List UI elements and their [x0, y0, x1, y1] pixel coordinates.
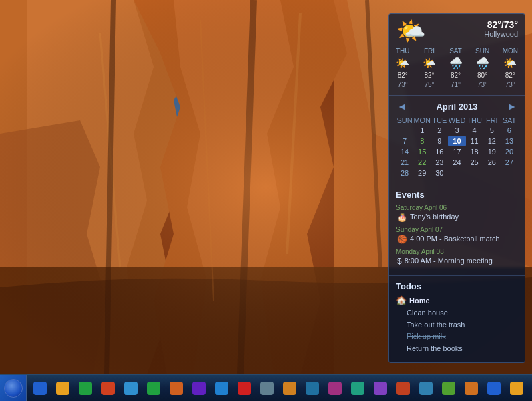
- todo-item: Return the books: [396, 343, 518, 355]
- calendar-body: 1234567891011121314151617181920212223242…: [396, 125, 518, 178]
- events-section: Events Saturday April 06 🎂 Tony's birthd…: [389, 184, 525, 276]
- taskbar-app-icon-7[interactable]: [188, 378, 210, 399]
- forecast-icon: 🌧️: [449, 57, 463, 70]
- event-date: Sunday April 07: [396, 226, 518, 233]
- start-button[interactable]: [0, 375, 27, 402]
- forecast-temps: 82° 71°: [449, 71, 463, 90]
- event-icon: 🏀: [397, 235, 407, 244]
- taskbar-app-icon-10[interactable]: [256, 378, 278, 399]
- calendar-day[interactable]: 11: [466, 136, 483, 146]
- calendar-prev-button[interactable]: ◄: [396, 101, 408, 112]
- forecast-icon: 🌤️: [423, 57, 436, 70]
- forecast-day-name: THU: [396, 47, 410, 55]
- taskbar-app-icon-5[interactable]: [143, 378, 164, 399]
- taskbar-app-icon-0[interactable]: [29, 378, 51, 399]
- calendar-day[interactable]: 3: [448, 125, 465, 136]
- todos-list: 🏠 HomeClean houseTake out the trashPick …: [396, 295, 518, 354]
- calendar-day[interactable]: 14: [396, 146, 413, 157]
- calendar-day[interactable]: 6: [501, 125, 518, 136]
- calendar-day[interactable]: 2: [431, 125, 448, 136]
- calendar-day[interactable]: 8: [413, 136, 431, 146]
- forecast-day-mon: MON 🌤️ 82° 73°: [503, 47, 518, 90]
- taskbar-app-icon-3[interactable]: [97, 378, 119, 399]
- taskbar-app-icon-8[interactable]: [211, 378, 232, 399]
- event-icon: 🎂: [397, 213, 407, 222]
- event-item: 🎂 Tony's birthday: [396, 213, 518, 222]
- calendar-day: [501, 168, 518, 178]
- calendar-day[interactable]: 1: [413, 125, 431, 136]
- calendar-day[interactable]: 21: [396, 157, 413, 168]
- calendar-day[interactable]: 28: [396, 168, 413, 178]
- calendar-day[interactable]: 7: [396, 136, 413, 146]
- forecast-temps: 82° 75°: [423, 71, 436, 90]
- calendar-day[interactable]: 24: [448, 157, 465, 168]
- calendar-day[interactable]: 30: [431, 168, 448, 178]
- calendar-day[interactable]: 20: [501, 146, 518, 157]
- calendar-header: ◄ April 2013 ►: [396, 101, 518, 112]
- calendar-day[interactable]: 26: [483, 157, 501, 168]
- forecast-day-name: FRI: [423, 47, 436, 55]
- taskbar-app-icon-12[interactable]: [302, 378, 323, 399]
- taskbar: ▲ 📶 🔊 🔋 11:05 PM: [0, 374, 532, 401]
- taskbar-app-icon-19[interactable]: [461, 378, 482, 399]
- forecast-temps: 82° 73°: [396, 71, 410, 90]
- forecast-day-thu: THU 🌤️ 82° 73°: [396, 47, 410, 90]
- todo-cat-icon: 🏠: [396, 295, 407, 305]
- event-icon: $: [397, 257, 402, 266]
- taskbar-app-icon-6[interactable]: [166, 378, 187, 399]
- event-item: 🏀 4:00 PM - Basketball match: [396, 235, 518, 244]
- calendar-day[interactable]: 13: [501, 136, 518, 146]
- calendar-day: [448, 168, 465, 178]
- calendar-week: 14151617181920: [396, 146, 518, 157]
- calendar-day[interactable]: 27: [501, 157, 518, 168]
- calendar-day[interactable]: 17: [448, 146, 465, 157]
- calendar-day[interactable]: 10: [448, 136, 465, 146]
- taskbar-app-icon-18[interactable]: [438, 378, 459, 399]
- taskbar-app-icon-2[interactable]: [75, 378, 96, 399]
- calendar-day[interactable]: 12: [483, 136, 501, 146]
- calendar-day[interactable]: 15: [413, 146, 431, 157]
- forecast-day-name: SUN: [475, 47, 489, 55]
- weather-temperature: 82°/73°: [484, 19, 518, 30]
- start-orb: [4, 379, 23, 398]
- taskbar-app-icon-11[interactable]: [279, 378, 300, 399]
- todo-item: Clean house: [396, 307, 518, 319]
- weather-temp-location: 82°/73° Hollywood: [484, 19, 518, 38]
- taskbar-app-icon-14[interactable]: [347, 378, 368, 399]
- calendar-day[interactable]: 19: [483, 146, 501, 157]
- calendar-day[interactable]: 18: [466, 146, 483, 157]
- taskbar-app-icon-16[interactable]: [392, 378, 414, 399]
- forecast-icon: 🌤️: [503, 57, 518, 70]
- calendar-week: 282930: [396, 168, 518, 178]
- todos-title: Todos: [396, 281, 518, 291]
- taskbar-app-icon-4[interactable]: [120, 378, 142, 399]
- calendar-day[interactable]: 25: [466, 157, 483, 168]
- calendar-day[interactable]: 22: [413, 157, 431, 168]
- taskbar-app-icon-22[interactable]: [529, 378, 532, 399]
- calendar-day[interactable]: 5: [483, 125, 501, 136]
- event-text: Tony's birthday: [410, 213, 459, 221]
- calendar-week: 123456: [396, 125, 518, 136]
- calendar-weekday-mon: MON: [413, 116, 431, 125]
- calendar-next-button[interactable]: ►: [506, 101, 518, 112]
- taskbar-app-icon-9[interactable]: [234, 378, 255, 399]
- event-text: 8:00 AM - Morning meeting: [405, 257, 493, 265]
- taskbar-app-icon-20[interactable]: [483, 378, 505, 399]
- calendar-section: ◄ April 2013 ► SUNMONTUEWEDTHUFRISAT 123…: [389, 96, 525, 184]
- taskbar-icons: [27, 375, 532, 402]
- calendar-day[interactable]: 4: [466, 125, 483, 136]
- event-date: Monday April 08: [396, 248, 518, 255]
- taskbar-app-icon-15[interactable]: [370, 378, 391, 399]
- taskbar-app-icon-17[interactable]: [415, 378, 437, 399]
- taskbar-app-icon-13[interactable]: [324, 378, 346, 399]
- taskbar-app-icon-1[interactable]: [52, 378, 73, 399]
- calendar-weekday-thu: THU: [466, 116, 483, 125]
- calendar-day[interactable]: 23: [431, 157, 448, 168]
- calendar-day[interactable]: 16: [431, 146, 448, 157]
- weather-top: 🌤️ 82°/73° Hollywood: [396, 19, 518, 43]
- taskbar-app-icon-21[interactable]: [506, 378, 527, 399]
- forecast-icon: 🌧️: [475, 57, 489, 70]
- widget-panel: 🌤️ 82°/73° Hollywood THU 🌤️ 82° 73° FRI …: [388, 13, 525, 363]
- calendar-day[interactable]: 29: [413, 168, 431, 178]
- calendar-day[interactable]: 9: [431, 136, 448, 146]
